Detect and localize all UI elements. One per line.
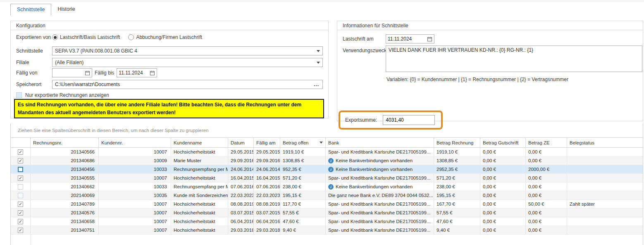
cell-status — [567, 217, 644, 226]
cell-select — [11, 174, 31, 182]
cell-ze: 0,00 € — [526, 174, 567, 182]
faellig-von-datefield[interactable] — [52, 68, 92, 77]
filiale-combobox[interactable]: (Alle Filialen) — [52, 58, 323, 67]
cell-ze: 0,00 € — [526, 191, 567, 199]
cell-bank: Spar- und Kreditbank Karlsruhe DE2170051… — [326, 209, 434, 217]
cell-ze: 50,00 € — [526, 200, 567, 208]
speicherort-input[interactable] — [52, 82, 310, 87]
row-checkbox[interactable] — [18, 175, 23, 181]
filiale-warning-banner: Es sind Rechnungen vorhanden, die über e… — [14, 99, 324, 118]
row-checkbox[interactable] — [18, 149, 23, 155]
lastschrift-am-input[interactable] — [388, 36, 427, 42]
row-checkbox[interactable] — [18, 210, 23, 216]
browse-button[interactable]: ... — [310, 82, 322, 87]
cell-offen: 9,40 € — [280, 226, 326, 234]
cell-faellig: 03.07.2015 — [254, 209, 280, 217]
column-header-label: Betrag Rechnung — [436, 140, 474, 145]
table-row[interactable]: 20134045610033Rechnungsempfang per Mail2… — [11, 165, 643, 174]
cell-faellig: 07.06.2016 — [254, 183, 280, 191]
faellig-bis-datefield[interactable] — [117, 68, 157, 77]
schnittstelle-value: SEPA V3.7 (PAIN:008.001.08 GBIC 4 — [55, 48, 137, 54]
speicherort-row: Speicherort ... — [16, 80, 323, 89]
column-header-select[interactable] — [11, 138, 31, 147]
column-header-kundenname[interactable]: Kundenname — [171, 138, 228, 147]
info-icon — [328, 167, 334, 172]
cell-kundennr: 10007 — [99, 174, 171, 182]
group-by-panel[interactable]: Ziehen Sie eine Spaltenüberschrift in di… — [11, 123, 643, 137]
cell-datum: 06.04.2016 — [228, 217, 254, 226]
cell-ze: 2000,00 € — [526, 165, 567, 173]
table-row[interactable]: 20134075110007Hochsicherheitstakt29.03.2… — [11, 226, 643, 235]
schnittstelle-row: Schnittstelle SEPA V3.7 (PAIN:008.001.08… — [16, 46, 323, 55]
row-checkbox[interactable] — [18, 193, 23, 198]
table-row[interactable]: 20134068610009Marie Muster29.09.201629.0… — [11, 156, 643, 165]
cell-rechnung: 57,55 € — [434, 209, 480, 217]
table-row[interactable]: 20134066210033Rechnungsempfang per Mail0… — [11, 183, 643, 191]
cell-rechnungsnr: 201340566 — [31, 148, 99, 156]
row-checkbox[interactable] — [18, 202, 23, 207]
grid-header-row: Rechnungsnr.Kundennr.KundennameDatumFäll… — [11, 137, 643, 148]
cell-datum: 22.03.2023 — [228, 191, 254, 199]
nur-exportierte-checkbox[interactable] — [16, 92, 22, 98]
row-checkbox[interactable] — [18, 167, 23, 172]
lastschrift-am-datefield[interactable] — [386, 34, 434, 43]
calendar-icon[interactable] — [150, 70, 155, 76]
radio-abbuchung-firmen[interactable] — [128, 34, 134, 40]
cell-rechnung: 47,60 € — [434, 217, 480, 226]
cell-offen: 57,55 € — [280, 209, 326, 217]
cell-datum: 24.06.2014 — [228, 165, 254, 173]
cell-select — [11, 200, 31, 208]
chevron-down-icon[interactable] — [317, 62, 320, 64]
row-checkbox[interactable] — [18, 158, 23, 163]
column-header-offen[interactable]: Betrag offen — [280, 138, 326, 147]
speicherort-field[interactable]: ... — [52, 80, 323, 89]
column-header-rechnungsnr[interactable]: Rechnungsnr. — [31, 138, 99, 147]
column-header-faellig[interactable]: Fällig am — [254, 138, 280, 147]
chevron-down-icon[interactable] — [317, 50, 320, 52]
row-checkbox[interactable] — [18, 228, 23, 233]
lastschrift-row: Lastschrift am — [343, 34, 637, 43]
cell-bank: Keine Bankverbindungen vorhanden — [326, 156, 434, 165]
row-checkbox[interactable] — [18, 184, 23, 190]
column-header-rechnung[interactable]: Betrag Rechnung — [434, 138, 480, 147]
cell-kundennr: 10007 — [99, 226, 171, 234]
cell-rechnungsnr: 202140069 — [31, 191, 99, 199]
column-header-kundennr[interactable]: Kundennr. — [99, 138, 171, 147]
row-checkbox[interactable] — [18, 219, 23, 224]
filiale-value: (Alle Filialen) — [55, 60, 83, 65]
table-row[interactable]: 20214006910035Kunde mit Sonderzeichen's … — [11, 191, 643, 200]
cell-kundenname: Kunde mit Sonderzeichen's !?%$]; — [171, 191, 228, 199]
cell-status — [567, 226, 644, 234]
cell-bank: Spar- und Kreditbank Karlsruhe DE2170051… — [326, 174, 434, 182]
cell-gutschrift: 0,00 € — [480, 226, 526, 234]
tab-schnittstelle[interactable]: Schnittstelle — [10, 4, 51, 15]
cell-select — [11, 217, 31, 226]
column-header-status[interactable]: Belegstatus — [567, 138, 644, 147]
radio-lastschrift-basis[interactable] — [52, 34, 58, 40]
column-header-datum[interactable]: Datum — [228, 138, 254, 147]
calendar-icon[interactable] — [427, 36, 432, 42]
calendar-icon[interactable] — [85, 70, 90, 76]
verwendungszweck-textarea[interactable]: VIELEN DANK FUER IHR VERTRAUEN KD-NR.: {… — [386, 46, 642, 72]
cell-datum: 29.09.2016 — [228, 156, 254, 165]
faellig-bis-input[interactable] — [119, 70, 150, 76]
tab-historie[interactable]: Historie — [51, 4, 81, 15]
cell-rechnung: 238,00 € — [434, 183, 480, 191]
table-row[interactable]: 20134056610007Hochsicherheitstakt29.05.2… — [11, 148, 643, 156]
column-header-ze[interactable]: Betrag ZE — [526, 138, 567, 147]
table-row[interactable]: 20134065810007Hochsicherheitstakt06.04.2… — [11, 217, 643, 226]
schnittstelle-combobox[interactable]: SEPA V3.7 (PAIN:008.001.08 GBIC 4 — [52, 46, 323, 55]
table-row[interactable]: 20134055510007Hochsicherheitstakt16.04.2… — [11, 174, 643, 183]
table-row[interactable]: 20134078910007Hochsicherheitstakt08.08.2… — [11, 200, 643, 209]
column-header-gutschrift[interactable]: Betrag Gutschrift — [480, 138, 526, 147]
column-header-bank[interactable]: Bank — [326, 138, 434, 147]
table-row[interactable]: 20134057610007Hochsicherheitstakt03.07.2… — [11, 209, 643, 217]
cell-kundenname: Hochsicherheitstakt — [171, 200, 228, 208]
cell-faellig: 16.04.2015 — [254, 174, 280, 182]
top-divider — [0, 1, 644, 1]
faellig-von-input[interactable] — [54, 70, 85, 76]
column-header-label: Rechnungsnr. — [33, 140, 62, 145]
cell-datum: 29.05.2015 — [228, 148, 254, 156]
faellig-von-label: Fällig von — [16, 70, 52, 76]
cell-offen: 1308,85 € — [280, 156, 326, 165]
